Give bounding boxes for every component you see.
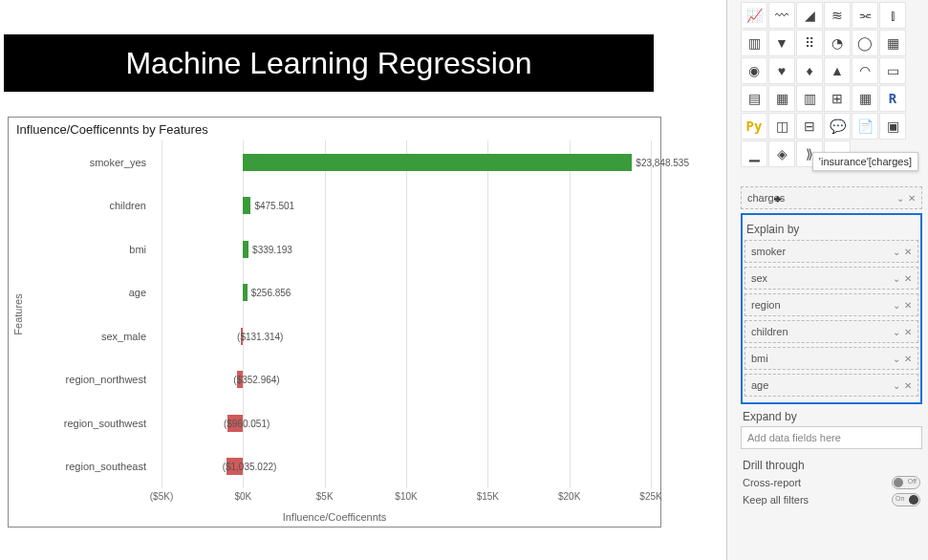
analyze-field-well[interactable]: charges ⌖ ⌄ ✕	[741, 186, 922, 209]
remove-field-icon[interactable]: ✕	[904, 354, 912, 364]
explain-field-bmi[interactable]: bmi⌄✕	[745, 347, 918, 370]
bar-row: bmi$339.193	[162, 236, 651, 263]
chevron-down-icon[interactable]: ⌄	[893, 247, 900, 257]
combo-stacked-icon[interactable]: ⫿	[879, 2, 906, 29]
page-title-banner: Machine Learning Regression	[4, 34, 654, 92]
x-tick-label: ($5K)	[150, 491, 173, 502]
chevron-down-icon[interactable]: ⌄	[893, 273, 900, 284]
explain-field-sex[interactable]: sex⌄✕	[745, 267, 918, 290]
explain-field-age[interactable]: age⌄✕	[745, 374, 918, 397]
qa-icon[interactable]: 💬	[824, 113, 851, 140]
azure-map-icon[interactable]: ▲	[824, 57, 851, 84]
explain-by-section: Explain by smoker⌄✕sex⌄✕region⌄✕children…	[741, 213, 922, 404]
table2-icon[interactable]: ▦	[852, 85, 878, 112]
y-axis-label: Features	[12, 293, 24, 334]
x-tick-label: $5K	[316, 491, 334, 502]
pie-icon[interactable]: ◔	[824, 30, 851, 56]
chevron-down-icon[interactable]: ⌄	[896, 193, 904, 204]
cross-report-label: Cross-report	[743, 477, 801, 488]
ribbon-chart-icon[interactable]: ≋	[824, 2, 851, 29]
donut-icon[interactable]: ◯	[852, 30, 878, 56]
field-label: smoker	[751, 246, 786, 257]
paginated-icon[interactable]: ▣	[879, 113, 906, 140]
visualization-picker[interactable]: 📈〰◢≋⫘⫿▥▼⠿◔◯▦◉♥♦▲◠▭▤▦▥⊞▦RPy◫⊟💬📄▣▁◈⟫⋯	[741, 0, 922, 173]
x-tick-label: $15K	[477, 491, 499, 502]
globe-icon[interactable]: ◉	[741, 57, 767, 84]
remove-field-icon[interactable]: ✕	[908, 193, 916, 204]
explain-field-region[interactable]: region⌄✕	[745, 293, 918, 316]
key-influencer-icon[interactable]: ◫	[768, 113, 795, 140]
chevron-down-icon[interactable]: ⌄	[893, 327, 900, 337]
narrative-icon[interactable]: 📄	[852, 113, 878, 140]
field-label: age	[751, 379, 768, 391]
remove-field-icon[interactable]: ✕	[904, 300, 912, 311]
scatter-icon[interactable]: ⠿	[796, 30, 823, 56]
shape-map-icon[interactable]: ♦	[796, 57, 823, 84]
x-tick-label: $25K	[639, 491, 661, 502]
chart-plot-area: ($5K)$0K$5K$10K$15K$20K$25Ksmoker_yes$23…	[162, 140, 651, 488]
explain-field-children[interactable]: children⌄✕	[745, 320, 918, 343]
value-label: $256.856	[251, 288, 291, 298]
powerapps-icon[interactable]: ◈	[768, 140, 795, 167]
expand-by-label: Expand by	[743, 410, 922, 423]
remove-field-icon[interactable]: ✕	[904, 380, 912, 391]
remove-field-icon[interactable]: ✕	[904, 327, 912, 337]
cross-report-toggle[interactable]: Off	[892, 476, 920, 489]
regression-chart[interactable]: Influence/Coefficennts by Features Featu…	[8, 117, 661, 528]
explain-field-smoker[interactable]: smoker⌄✕	[745, 240, 918, 263]
category-label: bmi	[9, 244, 152, 255]
card-icon[interactable]: ▤	[741, 85, 767, 112]
x-tick-label: $20K	[558, 491, 580, 502]
kpi-icon[interactable]: ▭	[879, 57, 906, 84]
keep-filters-label: Keep all filters	[743, 494, 809, 506]
chevron-down-icon[interactable]: ⌄	[893, 300, 900, 311]
category-label: region_southwest	[9, 418, 152, 429]
bar[interactable]	[243, 284, 247, 301]
expand-by-well[interactable]: Add data fields here	[741, 426, 922, 449]
bar[interactable]	[243, 241, 248, 258]
bar-chart-icon[interactable]: ▥	[741, 30, 767, 56]
category-label: region_southeast	[9, 461, 152, 472]
sparkline-icon[interactable]: ▁	[741, 140, 767, 167]
keep-filters-toggle[interactable]: On	[892, 493, 920, 506]
python-icon[interactable]: Py	[741, 113, 767, 140]
line-chart-icon[interactable]: 📈	[741, 2, 767, 29]
field-tooltip: 'insurance'[charges]	[812, 152, 918, 171]
chevron-down-icon[interactable]: ⌄	[893, 354, 900, 364]
value-label: $23,848.535	[636, 157, 689, 167]
decomposition-icon[interactable]: ⊟	[796, 113, 823, 140]
r-script-icon[interactable]: R	[879, 85, 906, 112]
explain-by-label: Explain by	[746, 223, 918, 236]
bar-row: age$256.856	[162, 279, 651, 306]
filled-map-icon[interactable]: ♥	[768, 57, 795, 84]
funnel-icon[interactable]: ▼	[768, 30, 795, 56]
chart-title: Influence/Coefficennts by Features	[9, 118, 660, 139]
remove-field-icon[interactable]: ✕	[904, 247, 912, 257]
multi-card-icon[interactable]: ▦	[768, 85, 795, 112]
analyze-field-label: charges	[747, 192, 785, 204]
panel-divider	[726, 0, 727, 560]
area-chart-icon[interactable]: 〰	[768, 2, 795, 29]
category-label: age	[9, 287, 152, 298]
field-label: region	[751, 299, 781, 311]
table-icon[interactable]: ⊞	[824, 85, 851, 112]
x-tick-label: $0K	[234, 491, 251, 502]
bar-row: region_northwest($352.964)	[162, 366, 651, 393]
remove-field-icon[interactable]: ✕	[904, 273, 912, 284]
category-label: children	[9, 200, 152, 211]
matrix-icon[interactable]: ▥	[796, 85, 823, 112]
x-tick-label: $10K	[395, 491, 417, 502]
category-label: sex_male	[9, 331, 152, 342]
combo-chart-icon[interactable]: ⫘	[852, 2, 878, 29]
chevron-down-icon[interactable]: ⌄	[893, 380, 900, 391]
bar[interactable]	[243, 154, 632, 171]
treemap-icon[interactable]: ▦	[879, 30, 906, 56]
field-label: bmi	[751, 353, 768, 364]
field-label: children	[751, 326, 788, 337]
grid-line	[651, 140, 652, 488]
bar[interactable]	[243, 197, 250, 214]
field-label: sex	[751, 272, 767, 284]
gauge-icon[interactable]: ◠	[852, 57, 878, 84]
value-label: $339.193	[252, 244, 292, 254]
stacked-area-icon[interactable]: ◢	[796, 2, 823, 29]
